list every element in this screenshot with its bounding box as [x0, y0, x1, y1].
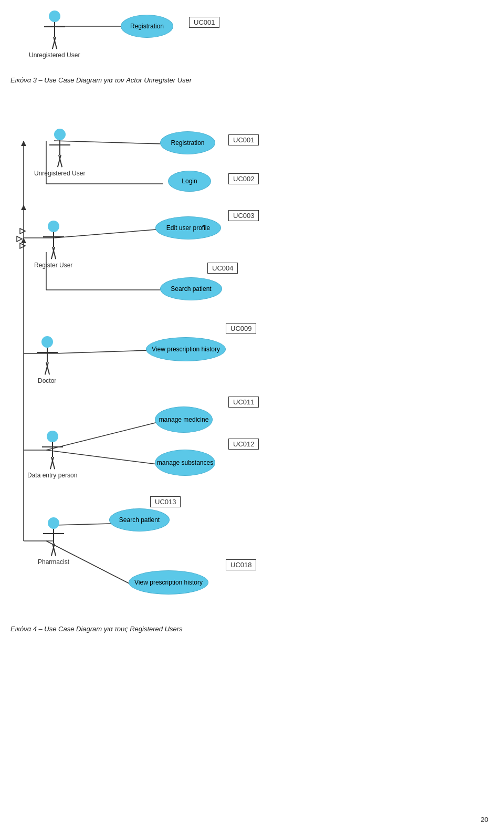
ucbox-002: UC002 — [228, 173, 259, 184]
svg-marker-10 — [21, 205, 26, 210]
svg-marker-11 — [21, 238, 26, 243]
svg-marker-20 — [20, 228, 25, 234]
usecase-manage-medicine: manage medicine — [155, 406, 213, 433]
actor-pharmacist: Pharmacist — [38, 517, 69, 566]
ucbox-001: UC001 — [228, 134, 259, 145]
ucbox-009: UC009 — [226, 323, 256, 334]
page-number: 20 — [481, 816, 488, 823]
svg-marker-9 — [21, 141, 26, 146]
actor-body — [53, 22, 56, 49]
actor-dataentry: Data entry person — [27, 431, 77, 479]
actor-body — [52, 232, 55, 259]
actor-body — [58, 140, 61, 168]
svg-line-15 — [54, 350, 149, 353]
svg-marker-22 — [20, 243, 25, 248]
actor-label-register: Register User — [34, 262, 72, 269]
actor-body — [46, 348, 49, 375]
actor-head — [47, 431, 58, 442]
actor-doctor: Doctor — [38, 336, 56, 384]
usecase-view-prescription-doctor: View prescription history — [146, 337, 226, 361]
ucbox-011: UC011 — [228, 397, 259, 408]
actor-label-pharmacist: Pharmacist — [38, 558, 69, 566]
usecase-login: Login — [168, 171, 211, 192]
actor-label-unregistered: Unregistered User — [34, 170, 85, 177]
actor-head — [41, 336, 53, 348]
actor-head — [48, 221, 59, 232]
ucbox-003: UC003 — [228, 210, 259, 221]
ucbox-013: UC013 — [150, 496, 181, 507]
actor-label-doctor: Doctor — [38, 377, 56, 384]
usecase-manage-substances: manage substances — [155, 450, 215, 476]
ucbox-018: UC018 — [226, 559, 256, 570]
usecase-view-prescription-pharmacist: View prescription history — [129, 570, 208, 595]
usecase-registration-top: Registration — [121, 15, 173, 38]
actor-unregistered: Unregistered User — [34, 129, 85, 177]
ucbox-001-top: UC001 — [189, 17, 219, 28]
actor-unregistered-top: Unregistered User — [29, 11, 80, 59]
actor-body — [51, 442, 54, 470]
usecase-search-patient-pharmacist: Search patient — [109, 508, 170, 531]
svg-marker-21 — [17, 236, 22, 242]
actor-register-user: Register User — [34, 221, 72, 269]
usecase-search-patient-doctor: Search patient — [160, 277, 222, 300]
actor-label-dataentry: Data entry person — [27, 472, 77, 479]
ucbox-012: UC012 — [228, 439, 259, 450]
usecase-registration: Registration — [160, 131, 215, 154]
usecase-edit-profile: Edit user profile — [155, 216, 221, 239]
caption2: Εικόνα 4 – Use Case Diagram για τους Reg… — [10, 625, 183, 633]
ucbox-004: UC004 — [207, 263, 238, 274]
actor-head — [48, 517, 59, 529]
actor-head — [54, 129, 66, 140]
caption1: Εικόνα 3 – Use Case Diagram για τον Acto… — [10, 76, 192, 84]
actor-body — [52, 529, 55, 556]
actor-head — [49, 11, 60, 22]
actor-label-unregistered-top: Unregistered User — [29, 51, 80, 59]
